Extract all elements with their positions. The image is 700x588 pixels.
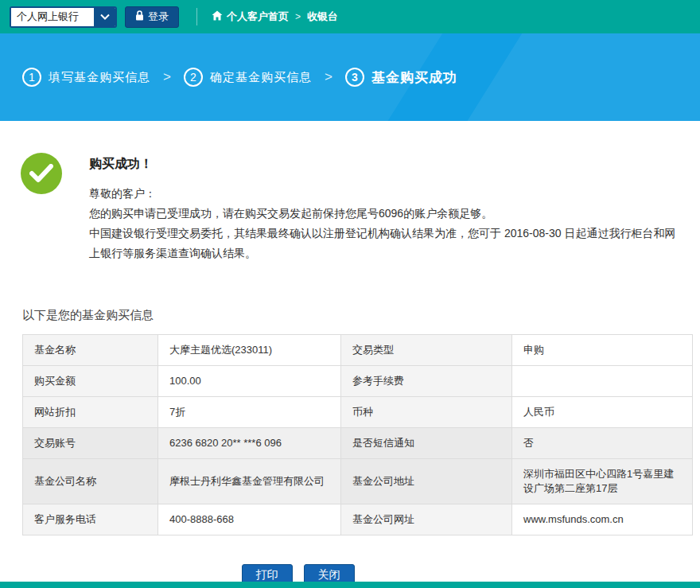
- login-button-label: 登录: [148, 10, 169, 24]
- field-label: 购买金额: [23, 366, 158, 397]
- fund-info-table: 基金名称 大摩主题优选(233011) 交易类型 申购 购买金额 100.00 …: [22, 334, 693, 535]
- field-label: 基金公司网址: [341, 504, 512, 535]
- field-value: 否: [512, 428, 693, 459]
- field-value: 申购: [512, 335, 693, 366]
- top-bar: 个人网上银行 登录 个人客户首页 > 收银台: [0, 0, 700, 33]
- home-icon: [212, 10, 223, 23]
- lock-icon: [135, 10, 144, 23]
- field-value: www.msfunds.com.cn: [512, 504, 693, 535]
- step-2-label: 确定基金购买信息: [210, 70, 312, 85]
- success-title: 购买成功！: [89, 156, 678, 173]
- step-1-number: 1: [22, 68, 41, 87]
- step-3-number: 3: [345, 68, 364, 87]
- success-message-block: 购买成功！ 尊敬的客户： 您的购买申请已受理成功，请在购买交易发起前保持您尾号6…: [0, 121, 700, 263]
- fund-info-section-title: 以下是您的基金购买信息: [22, 308, 700, 323]
- step-separator-icon: >: [325, 69, 332, 85]
- field-value: 深圳市福田区中心四路1号嘉里建设广场第二座第17层: [512, 459, 693, 504]
- field-label: 币种: [341, 397, 512, 428]
- login-button[interactable]: 登录: [125, 6, 179, 28]
- breadcrumb-current: 收银台: [307, 10, 338, 24]
- field-label: 交易账号: [23, 428, 158, 459]
- footer-bar: [0, 582, 700, 588]
- page: 个人网上银行 登录 个人客户首页 > 收银台 1: [0, 0, 700, 588]
- field-value: 100.00: [158, 366, 341, 397]
- breadcrumb-separator: >: [295, 11, 301, 22]
- field-label: 客户服务电话: [23, 504, 158, 535]
- product-select[interactable]: 个人网上银行: [10, 6, 117, 28]
- field-value: [512, 366, 693, 397]
- topbar-divider: [196, 8, 197, 25]
- product-select-value[interactable]: 个人网上银行: [11, 8, 94, 26]
- field-label: 是否短信通知: [341, 428, 512, 459]
- field-label: 交易类型: [341, 335, 512, 366]
- field-label: 基金公司地址: [341, 459, 512, 504]
- field-label: 参考手续费: [341, 366, 512, 397]
- table-row: 网站折扣 7折 币种 人民币: [23, 397, 693, 428]
- step-2-confirm-info: 2 确定基金购买信息: [184, 68, 312, 87]
- step-3-success: 3 基金购买成功: [345, 68, 457, 87]
- wizard-steps: 1 填写基金购买信息 > 2 确定基金购买信息 > 3 基金购买成功: [22, 33, 457, 121]
- fund-info-table-body: 基金名称 大摩主题优选(233011) 交易类型 申购 购买金额 100.00 …: [23, 335, 693, 535]
- breadcrumb-home-label: 个人客户首页: [227, 10, 289, 24]
- field-value: 400-8888-668: [158, 504, 341, 535]
- breadcrumb-home-link[interactable]: 个人客户首页: [212, 10, 289, 24]
- field-value: 人民币: [512, 397, 693, 428]
- table-row: 交易账号 6236 6820 20** ***6 096 是否短信通知 否: [23, 428, 693, 459]
- table-row: 客户服务电话 400-8888-668 基金公司网址 www.msfunds.c…: [23, 504, 693, 535]
- step-3-label: 基金购买成功: [371, 68, 457, 87]
- field-label: 基金公司名称: [23, 459, 158, 504]
- step-1-fill-info: 1 填写基金购买信息: [22, 68, 150, 87]
- step-separator-icon: >: [163, 69, 171, 85]
- step-1-label: 填写基金购买信息: [49, 70, 150, 85]
- wizard-banner: 1 填写基金购买信息 > 2 确定基金购买信息 > 3 基金购买成功: [0, 33, 700, 121]
- step-2-number: 2: [184, 68, 203, 87]
- field-label: 基金名称: [23, 335, 158, 366]
- field-value: 大摩主题优选(233011): [158, 335, 341, 366]
- table-row: 购买金额 100.00 参考手续费: [23, 366, 693, 397]
- field-value: 6236 6820 20** ***6 096: [158, 428, 341, 459]
- success-detail-2: 中国建设银行受理交易委托，其结果最终确认以注册登记机构确认结果为准，您可于 20…: [89, 224, 678, 263]
- success-check-icon: [21, 153, 62, 194]
- chevron-down-icon[interactable]: [94, 8, 115, 26]
- field-value: 摩根士丹利华鑫基金管理有限公司: [158, 459, 341, 504]
- table-row: 基金公司名称 摩根士丹利华鑫基金管理有限公司 基金公司地址 深圳市福田区中心四路…: [23, 459, 693, 504]
- success-text: 购买成功！ 尊敬的客户： 您的购买申请已受理成功，请在购买交易发起前保持您尾号6…: [89, 153, 678, 263]
- success-greeting: 尊敬的客户：: [89, 184, 678, 204]
- breadcrumb: 个人客户首页 > 收银台: [212, 10, 338, 24]
- field-label: 网站折扣: [23, 397, 158, 428]
- table-row: 基金名称 大摩主题优选(233011) 交易类型 申购: [23, 335, 693, 366]
- success-detail-1: 您的购买申请已受理成功，请在购买交易发起前保持您尾号6096的账户余额足够。: [89, 204, 678, 224]
- field-value: 7折: [158, 397, 341, 428]
